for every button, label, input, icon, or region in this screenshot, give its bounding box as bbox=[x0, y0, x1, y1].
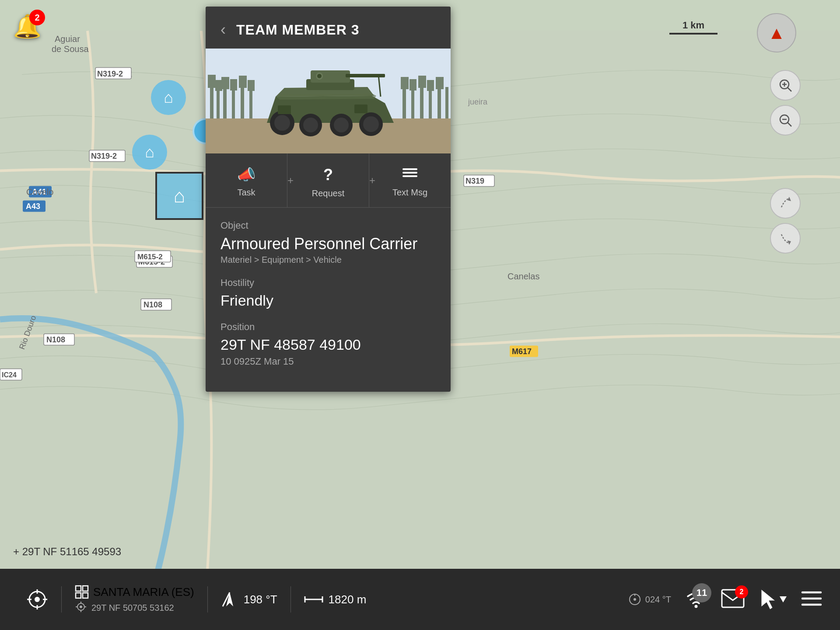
svg-point-73 bbox=[274, 115, 290, 131]
svg-rect-59 bbox=[418, 76, 426, 88]
task-button[interactable]: 📣 Task + bbox=[206, 153, 287, 207]
map-marker-selected[interactable]: ⌂ bbox=[155, 172, 203, 220]
svg-rect-46 bbox=[223, 86, 227, 118]
svg-marker-113 bbox=[761, 589, 775, 609]
request-icon: ? bbox=[323, 166, 333, 184]
panel-content: Object Armoured Personnel Carrier Materi… bbox=[206, 208, 451, 392]
location-info: SANTA MARIA (ES) 29T NF 50705 53162 bbox=[66, 585, 203, 614]
text-msg-label: Text Msg bbox=[392, 188, 427, 198]
svg-text:N319: N319 bbox=[466, 177, 484, 185]
bearing-value: 024 °T bbox=[645, 595, 671, 605]
svg-rect-47 bbox=[221, 77, 229, 89]
svg-point-98 bbox=[80, 606, 82, 608]
svg-text:N108: N108 bbox=[46, 335, 65, 344]
zoom-controls bbox=[770, 70, 801, 136]
svg-point-111 bbox=[695, 605, 698, 608]
hostility-section: Hostility Friendly bbox=[220, 277, 436, 309]
panel-actions: 📣 Task + ? Request + Text Msg bbox=[206, 153, 451, 208]
zoom-out-button[interactable] bbox=[770, 105, 801, 136]
heading-icon bbox=[221, 591, 238, 608]
object-section: Object Armoured Personnel Carrier Materi… bbox=[220, 220, 436, 265]
mail-badge: 2 bbox=[735, 585, 748, 599]
svg-text:IC24: IC24 bbox=[2, 371, 17, 379]
svg-rect-94 bbox=[83, 586, 88, 591]
svg-rect-82 bbox=[354, 104, 368, 113]
svg-point-79 bbox=[363, 116, 379, 132]
svg-rect-50 bbox=[241, 84, 244, 118]
cursor-dropdown-icon bbox=[779, 593, 788, 606]
detail-panel: ‹ TEAM MEMBER 3 bbox=[206, 7, 451, 392]
map-marker-2[interactable]: ⌂ bbox=[132, 135, 167, 170]
scale-line bbox=[669, 33, 718, 35]
svg-point-88 bbox=[35, 597, 40, 602]
svg-marker-114 bbox=[780, 596, 787, 602]
task-label: Task bbox=[237, 188, 255, 198]
svg-text:de Sousa: de Sousa bbox=[52, 44, 89, 54]
svg-text:jueira: jueira bbox=[468, 97, 488, 106]
location-icon bbox=[75, 602, 87, 614]
svg-text:N319-2: N319-2 bbox=[97, 70, 123, 78]
svg-rect-43 bbox=[208, 75, 216, 88]
gps-button[interactable] bbox=[18, 588, 57, 610]
svg-rect-52 bbox=[249, 88, 252, 118]
svg-rect-96 bbox=[83, 593, 88, 598]
cursor-icon bbox=[758, 588, 777, 611]
bearing-info: 024 °T bbox=[628, 592, 671, 606]
request-label: Request bbox=[312, 188, 345, 198]
location-name: SANTA MARIA (ES) bbox=[93, 585, 194, 599]
svg-rect-61 bbox=[427, 80, 434, 91]
svg-text:A43: A43 bbox=[26, 202, 40, 211]
map-marker-1[interactable]: ⌂ bbox=[151, 80, 186, 115]
house-icon-1: ⌂ bbox=[164, 88, 173, 107]
position-time: 10 0925Z Mar 15 bbox=[220, 356, 436, 367]
mail-button[interactable]: 2 bbox=[721, 589, 745, 610]
heading-value: 198 °T bbox=[244, 593, 277, 606]
menu-button[interactable] bbox=[801, 589, 822, 610]
text-msg-icon bbox=[402, 166, 418, 183]
mail-badge-number: 2 bbox=[740, 588, 744, 596]
svg-rect-49 bbox=[230, 79, 237, 90]
svg-rect-60 bbox=[429, 88, 432, 118]
compass-arrow: ▲ bbox=[768, 23, 785, 43]
text-msg-button[interactable]: Text Msg bbox=[369, 153, 451, 207]
gps-icon bbox=[26, 588, 48, 610]
svg-rect-95 bbox=[76, 593, 81, 598]
notification-badge: 2 bbox=[29, 10, 45, 25]
panel-header: ‹ TEAM MEMBER 3 bbox=[206, 7, 451, 49]
scale-bar: 1 km bbox=[669, 20, 718, 35]
task-icon: 📣 bbox=[237, 166, 256, 183]
zoom-in-button[interactable] bbox=[770, 70, 801, 101]
request-button[interactable]: ? Request + bbox=[287, 153, 369, 207]
wifi-button[interactable]: 11 bbox=[684, 587, 708, 612]
svg-rect-41 bbox=[206, 118, 451, 153]
svg-text:Canelas: Canelas bbox=[508, 271, 539, 281]
route-up-button[interactable] bbox=[770, 188, 801, 219]
svg-rect-42 bbox=[210, 84, 214, 118]
hostility-value: Friendly bbox=[220, 292, 436, 309]
svg-rect-58 bbox=[420, 84, 424, 118]
svg-line-32 bbox=[788, 87, 791, 91]
route-controls bbox=[770, 188, 801, 254]
svg-rect-81 bbox=[278, 105, 291, 114]
notification-bell[interactable]: 🔔 2 bbox=[13, 13, 42, 40]
object-label: Object bbox=[220, 220, 436, 231]
svg-point-109 bbox=[634, 598, 636, 601]
svg-line-36 bbox=[788, 122, 791, 126]
object-name: Armoured Personnel Carrier bbox=[220, 235, 436, 253]
position-section: Position 29T NF 48587 49100 10 0925Z Mar… bbox=[220, 321, 436, 367]
scale-text: 1 km bbox=[682, 20, 704, 31]
svg-rect-63 bbox=[436, 77, 444, 89]
compass[interactable]: ▲ bbox=[757, 13, 796, 52]
vehicle-image bbox=[206, 49, 451, 153]
route-down-button[interactable] bbox=[770, 223, 801, 254]
svg-rect-45 bbox=[215, 80, 222, 91]
back-button[interactable]: ‹ bbox=[219, 19, 228, 41]
cursor-button[interactable] bbox=[758, 588, 788, 611]
svg-rect-64 bbox=[445, 87, 448, 118]
bottom-right: 024 °T 11 2 bbox=[628, 587, 822, 612]
plus-divider-1: + bbox=[287, 174, 294, 187]
position-label: Position bbox=[220, 321, 436, 333]
distance-icon bbox=[304, 593, 323, 606]
svg-point-77 bbox=[334, 118, 349, 132]
bottom-bar: SANTA MARIA (ES) 29T NF 50705 53162 198 … bbox=[0, 569, 840, 630]
